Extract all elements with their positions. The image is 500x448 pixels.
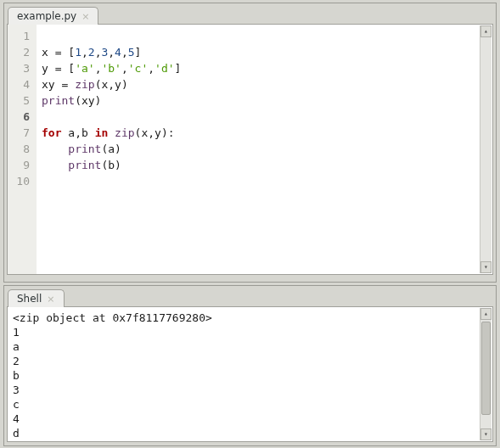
shell-output: <zip object at 0x7f8117769280>1a2b3c4d>>…	[13, 311, 487, 442]
code-line: x = [1,2,3,4,5]	[42, 44, 487, 60]
line-number: 3	[11, 60, 30, 76]
line-number: 1	[11, 28, 30, 44]
line-number: 4	[11, 76, 30, 92]
shell-scrollbar[interactable]: ▴ ▾	[480, 308, 492, 440]
close-icon[interactable]: ×	[47, 294, 54, 304]
code-line: for a,b in zip(x,y):	[42, 125, 487, 141]
line-number: 7	[11, 125, 30, 141]
scrollbar-thumb[interactable]	[481, 322, 491, 415]
code-area[interactable]: x = [1,2,3,4,5]y = ['a','b','c','d']xy =…	[37, 25, 492, 274]
code-line: print(a)	[42, 141, 487, 157]
scroll-up-icon[interactable]: ▴	[480, 308, 492, 320]
editor-tab[interactable]: example.py ×	[8, 7, 98, 25]
code-line	[42, 28, 487, 44]
cursor-icon	[41, 441, 42, 442]
shell-tab[interactable]: Shell ×	[8, 289, 65, 307]
editor-tabbar: example.py ×	[4, 3, 496, 24]
line-number: 2	[11, 44, 30, 60]
shell-line: 4	[13, 412, 487, 426]
code-line	[42, 173, 487, 189]
code-line: print(xy)	[42, 92, 487, 109]
shell-tab-label: Shell	[17, 293, 42, 305]
close-icon[interactable]: ×	[81, 12, 89, 21]
line-number: 5	[11, 92, 30, 109]
scroll-down-icon[interactable]: ▾	[480, 428, 492, 440]
line-number: 8	[11, 141, 30, 157]
code-line: y = ['a','b','c','d']	[42, 60, 487, 76]
shell-tabbar: Shell ×	[4, 286, 496, 306]
line-number: 9	[11, 157, 30, 173]
code-line: xy = zip(x,y)	[42, 76, 487, 92]
shell-line: c	[13, 397, 487, 412]
shell-prompt-line[interactable]: >>>	[13, 440, 487, 442]
shell-line: <zip object at 0x7f8117769280>	[13, 311, 487, 325]
code-line: print(b)	[42, 157, 487, 173]
shell-panel: Shell × <zip object at 0x7f8117769280>1a…	[3, 285, 497, 446]
line-number: 6	[11, 109, 30, 125]
scroll-up-icon[interactable]: ▴	[480, 25, 492, 37]
editor-body[interactable]: 12345678910 x = [1,2,3,4,5]y = ['a','b',…	[7, 24, 493, 275]
shell-line: 2	[13, 354, 487, 368]
scroll-down-icon[interactable]: ▾	[480, 261, 492, 273]
shell-body[interactable]: <zip object at 0x7f8117769280>1a2b3c4d>>…	[7, 306, 493, 442]
editor-panel: example.py × 12345678910 x = [1,2,3,4,5]…	[3, 3, 497, 283]
shell-line: 3	[13, 383, 487, 397]
shell-line: d	[13, 426, 487, 440]
shell-line: 1	[13, 325, 487, 339]
code-line	[42, 109, 487, 125]
line-number-gutter: 12345678910	[8, 25, 37, 274]
editor-tab-label: example.py	[17, 10, 76, 22]
editor-scrollbar[interactable]: ▴ ▾	[480, 25, 492, 273]
line-number: 10	[11, 173, 30, 189]
shell-line: b	[13, 368, 487, 383]
shell-prompt: >>>	[13, 441, 39, 442]
shell-line: a	[13, 339, 487, 354]
